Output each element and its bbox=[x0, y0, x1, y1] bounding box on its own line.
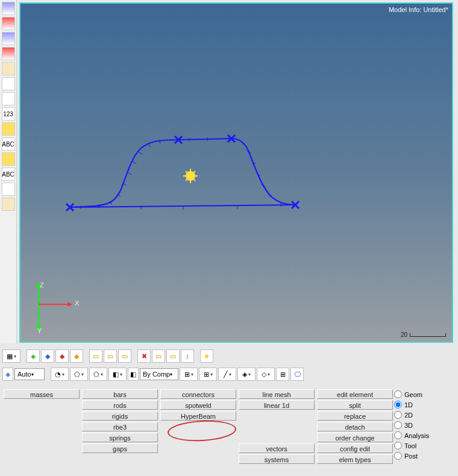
cube-a-icon[interactable]: ◧ bbox=[108, 368, 127, 381]
radio-post[interactable]: Post bbox=[394, 451, 429, 461]
radio-1d[interactable]: 1D bbox=[394, 399, 429, 410]
axis-triad: X Z Y bbox=[27, 280, 81, 334]
panel-button-detach[interactable]: detach bbox=[317, 422, 393, 431]
comp-green-icon[interactable]: ◈ bbox=[27, 349, 40, 363]
command-panel: massesbarsconnectorsline meshedit elemen… bbox=[2, 388, 456, 474]
cube-color-icon[interactable]: ◧ bbox=[128, 368, 139, 381]
panel-button-vectors[interactable]: vectors bbox=[239, 443, 315, 453]
svg-line-21 bbox=[139, 152, 142, 154]
box-e-icon[interactable]: ▭ bbox=[166, 349, 180, 363]
panel-button-order-change[interactable]: order change bbox=[317, 433, 393, 442]
panel-button-systems[interactable]: systems bbox=[239, 454, 315, 464]
radio-tool[interactable]: Tool bbox=[394, 440, 429, 451]
box-b-icon[interactable]: ▭ bbox=[104, 349, 117, 363]
panel-button-rods[interactable]: rods bbox=[82, 400, 158, 410]
model-sketch bbox=[20, 4, 452, 341]
abc-b-icon[interactable]: ABC bbox=[2, 168, 15, 181]
panel-button-linear-1d[interactable]: linear 1d bbox=[239, 400, 315, 410]
sel-elems-icon[interactable] bbox=[2, 2, 15, 15]
panel-button-replace[interactable]: replace bbox=[317, 411, 393, 421]
auto-select[interactable]: Auto ▾ bbox=[14, 368, 45, 380]
reorder-icon[interactable]: ↕ bbox=[181, 349, 194, 363]
comp-red-icon[interactable]: ◆ bbox=[55, 349, 69, 363]
box-a-icon[interactable]: ▭ bbox=[89, 349, 102, 363]
left-toolbar: 123ABCABC bbox=[0, 0, 17, 343]
svg-line-19 bbox=[128, 172, 131, 175]
sel-nodes-icon[interactable] bbox=[2, 17, 15, 30]
radio-label: 1D bbox=[404, 401, 413, 409]
radio-label: Tool bbox=[404, 442, 416, 449]
svg-line-20 bbox=[133, 161, 136, 164]
panel-button-rigids[interactable]: rigids bbox=[82, 411, 158, 421]
monitor-icon[interactable]: 🖵 bbox=[290, 368, 304, 381]
box-d-icon[interactable]: ▭ bbox=[152, 349, 165, 363]
abc-a-icon[interactable]: ABC bbox=[2, 137, 15, 151]
sel-props-icon[interactable] bbox=[2, 47, 15, 60]
toolbar-row-2: ◈Auto ▾◔⬠⬠◧◧By Comp ▾⊞⊞╱◈◇⊞🖵 bbox=[1, 366, 457, 382]
layer-icon[interactable]: ◈ bbox=[237, 368, 256, 381]
axis-x-label: X bbox=[75, 299, 79, 307]
surf-icon[interactable]: ⬠ bbox=[70, 368, 88, 381]
comp-blue-icon[interactable]: ◆ bbox=[41, 349, 54, 363]
scale-indicator: 20 bbox=[401, 331, 446, 338]
radio-label: Post bbox=[404, 453, 418, 460]
viewport[interactable]: Model Info: Untitled* bbox=[19, 2, 453, 343]
panel-button-springs[interactable]: springs bbox=[82, 433, 158, 442]
wire-b-icon[interactable]: ⊞ bbox=[199, 368, 217, 381]
panel-button-split[interactable]: split bbox=[317, 400, 393, 410]
panel-button-gaps[interactable]: gaps bbox=[82, 443, 158, 453]
radio-geom[interactable]: Geom bbox=[394, 389, 429, 399]
favorite-icon[interactable]: ★ bbox=[200, 349, 213, 363]
diamond-icon[interactable]: ◇ bbox=[257, 368, 275, 381]
panel-button-spotweld[interactable]: spotweld bbox=[160, 400, 236, 410]
box-c-icon[interactable]: ▭ bbox=[118, 349, 131, 363]
box-icon[interactable] bbox=[2, 198, 15, 211]
comp-orange-icon[interactable]: ◆ bbox=[70, 349, 83, 363]
sel-mats-icon[interactable] bbox=[2, 62, 15, 75]
shade-a-icon[interactable]: ◔ bbox=[51, 368, 69, 381]
find-icon[interactable] bbox=[2, 77, 15, 90]
info-icon[interactable] bbox=[2, 92, 15, 105]
panel-button-config-edit[interactable]: config edit bbox=[317, 443, 393, 453]
axis-z-label: Z bbox=[40, 281, 44, 289]
delete-icon[interactable]: ✖ bbox=[137, 349, 151, 363]
panel-button-connectors[interactable]: connectors bbox=[160, 389, 236, 399]
grid-icon[interactable]: ▦ bbox=[2, 349, 20, 363]
grid2-icon[interactable]: ⊞ bbox=[276, 368, 289, 381]
toolbar-row-1: ▦◈◆◆◆▭▭▭✖▭▭↕★ bbox=[1, 348, 457, 364]
panel-button-elem-types[interactable]: elem types bbox=[317, 454, 393, 464]
wire-a-icon[interactable]: ⊞ bbox=[180, 368, 198, 381]
numbers-icon[interactable]: 123 bbox=[2, 107, 15, 121]
radio-label: 2D bbox=[404, 412, 413, 419]
radio-2d[interactable]: 2D bbox=[394, 410, 429, 420]
svg-marker-39 bbox=[67, 302, 72, 307]
axis-y-label: Y bbox=[37, 327, 42, 334]
measure-icon[interactable] bbox=[2, 183, 15, 196]
line-icon[interactable]: ╱ bbox=[218, 368, 236, 381]
sel-comps-icon[interactable] bbox=[2, 32, 15, 45]
radio-label: 3D bbox=[404, 422, 413, 429]
shade-mode-icon[interactable]: ◈ bbox=[2, 368, 13, 381]
panel-button-edit-element[interactable]: edit element bbox=[317, 389, 393, 399]
radio-label: Geom bbox=[404, 391, 422, 398]
shade-b-icon[interactable]: ⬠ bbox=[89, 368, 107, 381]
panel-button-hyperbeam[interactable]: HyperBeam bbox=[160, 411, 236, 421]
panel-button-bars[interactable]: bars bbox=[82, 389, 158, 399]
by-comp-select[interactable]: By Comp ▾ bbox=[140, 368, 178, 380]
panel-button-masses[interactable]: masses bbox=[4, 389, 80, 399]
panel-button-rbe3[interactable]: rbe3 bbox=[82, 422, 158, 431]
dim-b-icon[interactable] bbox=[2, 152, 15, 166]
scale-value: 20 bbox=[401, 331, 407, 338]
svg-line-22 bbox=[148, 143, 151, 147]
radio-label: Analysis bbox=[404, 432, 429, 439]
radio-analysis[interactable]: Analysis bbox=[394, 430, 429, 440]
dim-a-icon[interactable] bbox=[2, 122, 15, 136]
radio-3d[interactable]: 3D bbox=[394, 420, 429, 430]
panel-button-line-mesh[interactable]: line mesh bbox=[239, 389, 315, 399]
